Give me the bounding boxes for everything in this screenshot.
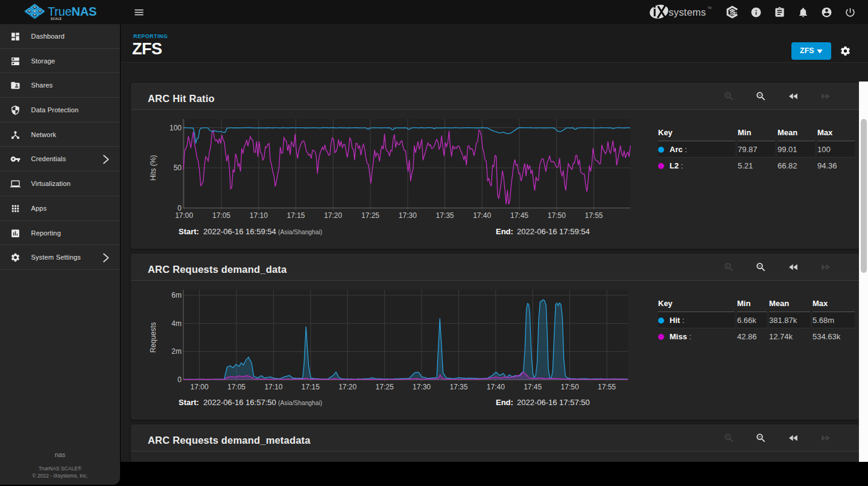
svg-text:17:15: 17:15: [287, 211, 305, 220]
svg-text:17:15: 17:15: [302, 383, 320, 391]
svg-text:End:: End:: [496, 227, 513, 236]
svg-text:17:45: 17:45: [524, 383, 542, 391]
svg-text:systems: systems: [669, 7, 706, 18]
svg-text:(Asia/Shanghai): (Asia/Shanghai): [278, 400, 322, 406]
svg-text:Start:: Start:: [179, 398, 199, 407]
svg-text:17:10: 17:10: [264, 383, 282, 391]
svg-text:17:40: 17:40: [487, 383, 505, 391]
svg-text:0: 0: [177, 204, 182, 213]
svg-text:4m: 4m: [171, 319, 182, 328]
svg-text:17:05: 17:05: [212, 211, 230, 220]
svg-text:17:10: 17:10: [250, 211, 268, 220]
svg-text:17:40: 17:40: [473, 211, 491, 220]
svg-text:50: 50: [174, 164, 182, 172]
svg-text:End:: End:: [496, 398, 513, 407]
svg-text:17:25: 17:25: [376, 383, 394, 391]
svg-text:2m: 2m: [171, 347, 182, 356]
svg-text:(Asia/Shanghai): (Asia/Shanghai): [278, 229, 322, 235]
svg-text:Requests: Requests: [149, 322, 157, 353]
svg-text:17:55: 17:55: [598, 383, 616, 391]
svg-text:100: 100: [169, 124, 182, 132]
svg-text:17:35: 17:35: [449, 383, 467, 391]
svg-text:17:20: 17:20: [324, 211, 342, 220]
svg-text:17:55: 17:55: [584, 211, 603, 220]
svg-text:2022-06-16 16:57:50: 2022-06-16 16:57:50: [203, 398, 276, 407]
svg-text:2022-06-16 17:57:50: 2022-06-16 17:57:50: [517, 398, 590, 407]
svg-text:Hits (%): Hits (%): [149, 155, 157, 181]
svg-text:TM: TM: [708, 7, 712, 10]
svg-text:17:30: 17:30: [399, 211, 417, 220]
svg-text:2022-06-16 16:59:54: 2022-06-16 16:59:54: [203, 227, 276, 236]
svg-text:6m: 6m: [171, 291, 182, 299]
svg-text:17:05: 17:05: [227, 383, 246, 391]
svg-text:2022-06-16 17:59:54: 2022-06-16 17:59:54: [517, 227, 590, 236]
svg-text:17:25: 17:25: [361, 211, 379, 220]
svg-text:17:20: 17:20: [338, 383, 356, 391]
svg-text:17:50: 17:50: [548, 211, 566, 220]
svg-text:17:45: 17:45: [510, 211, 528, 220]
svg-text:17:50: 17:50: [561, 383, 579, 391]
svg-text:17:00: 17:00: [191, 383, 209, 391]
svg-text:17:30: 17:30: [413, 383, 431, 391]
svg-text:17:35: 17:35: [436, 211, 454, 220]
svg-text:17:00: 17:00: [175, 211, 193, 220]
svg-text:Start:: Start:: [179, 227, 199, 236]
svg-text:0: 0: [177, 376, 182, 384]
